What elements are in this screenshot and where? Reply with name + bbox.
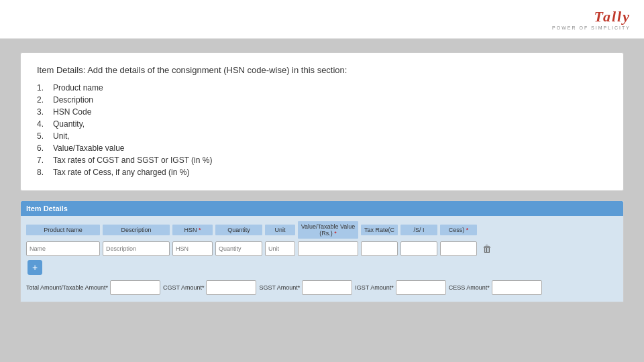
item-details-header: Item Details xyxy=(21,201,623,216)
tax3-input[interactable] xyxy=(443,245,474,252)
list-item-num: 7. xyxy=(37,156,49,165)
col-header-quantity: Quantity xyxy=(215,225,262,235)
value-input[interactable] xyxy=(301,245,355,252)
sgst-amount-label: SGST Amount* xyxy=(259,284,300,291)
hsn-input[interactable] xyxy=(176,245,209,252)
description-input-wrapper[interactable] xyxy=(103,241,170,256)
info-list-item: 7.Tax rates of CGST and SGST or IGST (in… xyxy=(37,154,607,166)
add-row-button[interactable]: + xyxy=(28,260,42,275)
info-list-item: 6.Value/Taxable value xyxy=(37,142,607,154)
cess-amount-group: CESS Amount* xyxy=(449,280,542,295)
col-header-tax1: Tax Rate(C xyxy=(361,225,398,235)
top-bar: Tally POWER OF SIMPLICITY xyxy=(0,0,644,39)
info-list-item: 3.HSN Code xyxy=(37,106,607,118)
info-list: 1.Product name2.Description3.HSN Code4.Q… xyxy=(37,82,607,178)
unit-input-wrapper[interactable] xyxy=(265,241,295,256)
col-header-tax2: /S/ I xyxy=(400,225,437,235)
list-item-num: 3. xyxy=(37,107,49,117)
total-amount-label: Total Amount/Taxable Amount* xyxy=(26,284,108,291)
igst-amount-input[interactable] xyxy=(396,280,446,295)
hsn-input-wrapper[interactable] xyxy=(172,241,213,256)
hsn-required-star: * xyxy=(199,227,201,233)
value-required-star: * xyxy=(334,230,337,237)
info-list-item: 4.Quantity, xyxy=(37,118,607,130)
info-list-item: 8.Tax rate of Cess, if any charged (in %… xyxy=(37,166,607,178)
tax1-input-wrapper[interactable] xyxy=(361,241,398,256)
list-item-text: Unit, xyxy=(53,131,70,141)
tax1-input[interactable] xyxy=(364,245,394,252)
list-item-num: 5. xyxy=(37,131,49,141)
delete-row-button[interactable]: 🗑 xyxy=(480,241,494,256)
list-item-text: Quantity, xyxy=(53,119,85,129)
col-header-tax3: Cess) * xyxy=(440,225,477,235)
item-details-body: Product Name Description HSN * Quantity … xyxy=(21,216,623,302)
cess-amount-label: CESS Amount* xyxy=(449,284,490,291)
cgst-amount-label: CGST Amount* xyxy=(163,284,204,291)
total-amount-input[interactable] xyxy=(110,280,160,295)
sgst-amount-input[interactable] xyxy=(302,280,352,295)
quantity-input-wrapper[interactable] xyxy=(215,241,262,256)
list-item-text: Value/Taxable value xyxy=(53,143,125,153)
quantity-input[interactable] xyxy=(219,245,259,252)
list-item-num: 4. xyxy=(37,119,49,129)
cgst-amount-group: CGST Amount* xyxy=(163,280,256,295)
info-card: Item Details: Add the details of the con… xyxy=(20,52,624,191)
tally-logo: Tally POWER OF SIMPLICITY xyxy=(552,8,631,30)
unit-input[interactable] xyxy=(268,245,292,252)
col-header-hsn: HSN * xyxy=(172,225,213,235)
info-list-item: 2.Description xyxy=(37,94,607,106)
product-name-input-wrapper[interactable] xyxy=(26,241,100,256)
tax-required-star: * xyxy=(466,227,469,233)
product-name-input[interactable] xyxy=(30,245,97,252)
value-input-wrapper[interactable] xyxy=(298,241,358,256)
col-header-unit: Unit xyxy=(265,225,295,235)
main-content: Item Details: Add the details of the con… xyxy=(0,39,644,362)
col-header-product: Product Name xyxy=(26,225,100,235)
list-item-text: Product name xyxy=(53,83,103,93)
list-item-num: 1. xyxy=(37,83,49,93)
igst-amount-label: IGST Amount* xyxy=(355,284,393,291)
description-input[interactable] xyxy=(106,245,166,252)
logo-text: Tally xyxy=(594,8,631,25)
tax3-input-wrapper[interactable] xyxy=(440,241,477,256)
input-row: 🗑 xyxy=(26,241,618,256)
item-details-section: Item Details Product Name Description HS… xyxy=(20,200,624,302)
sgst-amount-group: SGST Amount* xyxy=(259,280,352,295)
list-item-text: HSN Code xyxy=(53,107,91,117)
content-wrapper: Item Details: Add the details of the con… xyxy=(20,52,624,302)
tax2-input[interactable] xyxy=(404,245,434,252)
list-item-num: 6. xyxy=(37,143,49,153)
col-header-description: Description xyxy=(103,225,170,235)
list-item-num: 8. xyxy=(37,168,49,177)
info-list-item: 5.Unit, xyxy=(37,130,607,142)
info-list-item: 1.Product name xyxy=(37,82,607,94)
list-item-num: 2. xyxy=(37,95,49,105)
list-item-text: Tax rate of Cess, if any charged (in %) xyxy=(53,168,189,177)
total-amount-group: Total Amount/Taxable Amount* xyxy=(26,280,160,295)
totals-row: Total Amount/Taxable Amount* CGST Amount… xyxy=(26,280,618,295)
col-header-value: Value/Taxable Value (Rs.) * xyxy=(298,221,358,239)
igst-amount-group: IGST Amount* xyxy=(355,280,445,295)
logo-tagline: POWER OF SIMPLICITY xyxy=(552,25,631,30)
info-card-title: Item Details: Add the details of the con… xyxy=(37,65,607,75)
cess-amount-input[interactable] xyxy=(492,280,542,295)
table-header-row: Product Name Description HSN * Quantity … xyxy=(26,221,618,239)
cgst-amount-input[interactable] xyxy=(206,280,256,295)
tax2-input-wrapper[interactable] xyxy=(400,241,437,256)
list-item-text: Tax rates of CGST and SGST or IGST (in %… xyxy=(53,156,212,165)
list-item-text: Description xyxy=(53,95,93,105)
